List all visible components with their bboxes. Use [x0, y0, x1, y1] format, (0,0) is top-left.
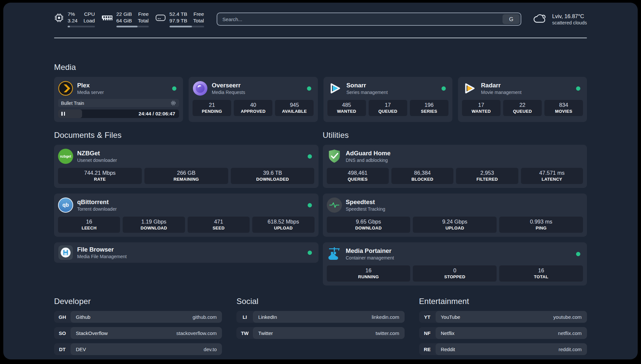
- service-name: Sonarr: [347, 82, 388, 89]
- stat-box: 9.65 Gbps DOWNLOAD: [327, 217, 411, 233]
- service-card-nzbget[interactable]: nzbget NZBGet Usenet downloader 744.21 M…: [54, 145, 319, 188]
- service-name: Speedtest: [346, 198, 385, 206]
- link-name: Netflix: [441, 330, 455, 336]
- stat-box: 2,953 FILTERED: [456, 168, 518, 184]
- service-card-qbittorrent[interactable]: qb qBittorrent Torrent downloader 16 LEE…: [54, 194, 319, 237]
- service-card-adguard[interactable]: AdGuard Home DNS and adblocking 498,461 …: [323, 145, 587, 188]
- link-name: DEV: [76, 347, 86, 352]
- stat-box: 47.571 ms LATENCY: [521, 168, 583, 184]
- service-card-speedtest[interactable]: Speedtest Speedtest Tracking 9.65 Gbps D…: [323, 194, 587, 237]
- cpu-progress-fill: [68, 26, 70, 27]
- service-card-radarr[interactable]: Radarr Movie management 17 WANTED 22 QUE…: [458, 77, 587, 122]
- service-card-plex[interactable]: Plex Media server Bullet Train: [54, 77, 183, 122]
- service-name: File Browser: [77, 246, 127, 253]
- search-provider-button[interactable]: G: [503, 14, 520, 24]
- weather-widget: Lviv, 16.87°C scattered clouds: [533, 13, 587, 25]
- link-url: netflix.com: [558, 330, 582, 336]
- memory-progress-fill: [116, 26, 138, 27]
- link-abbr: DT: [54, 347, 71, 352]
- stat-box: 618.52 Mbps UPLOAD: [252, 217, 314, 233]
- service-card-filebrowser[interactable]: File Browser Media File Management: [54, 242, 319, 263]
- service-card-portainer[interactable]: Media Portainer Container management 16 …: [323, 242, 587, 286]
- link-twitter[interactable]: TW Twitter twitter.com: [236, 327, 404, 339]
- link-dev[interactable]: DT DEV dev.to: [54, 343, 222, 355]
- stat-box: 17 WANTED: [462, 100, 501, 116]
- weather-location-temp: Lviv, 16.87°C: [552, 13, 587, 19]
- memory-free-label: Free: [138, 11, 149, 17]
- status-dot-online: [308, 251, 312, 255]
- link-abbr: YT: [419, 314, 436, 320]
- service-card-overseerr[interactable]: Overseerr Media Requests 21 PENDING 40 A…: [189, 77, 318, 122]
- link-youtube[interactable]: YT YouTube youtube.com: [419, 311, 587, 323]
- status-dot-online: [308, 203, 312, 207]
- stat-box: 22 QUEUED: [503, 100, 542, 116]
- link-linkedin[interactable]: LI LinkedIn linkedin.com: [236, 311, 404, 323]
- top-bar: 7% 3.24 CPU Load: [54, 10, 587, 28]
- link-url: reddit.com: [559, 347, 582, 352]
- now-playing-title: Bullet Train: [61, 101, 84, 106]
- stat-box: 40 APPROVED: [234, 100, 272, 116]
- section-utilities: Utilities: [323, 131, 587, 286]
- link-stackoverflow[interactable]: SO StackOverflow stackoverflow.com: [54, 327, 222, 339]
- link-abbr: GH: [54, 314, 71, 320]
- service-name: Media Portainer: [346, 247, 394, 255]
- service-description: Container management: [346, 255, 394, 260]
- gear-icon[interactable]: [170, 100, 176, 106]
- stat-box: 744.21 Mbps RATE: [58, 168, 142, 184]
- link-name: Reddit: [441, 347, 455, 352]
- service-description: Series management: [347, 90, 388, 95]
- link-abbr: TW: [236, 330, 253, 336]
- cpu-progress-track: [68, 26, 95, 27]
- link-url: youtube.com: [553, 314, 582, 320]
- disk-total-label: Total: [193, 17, 204, 24]
- disk-free-value: 52.4 TB: [169, 11, 187, 17]
- link-name: YouTube: [441, 314, 460, 320]
- memory-total-label: Total: [138, 17, 149, 24]
- plex-icon: [58, 81, 73, 96]
- section-title-utilities: Utilities: [323, 131, 587, 140]
- memory-free-value: 22 GiB: [116, 11, 132, 17]
- stat-box: 0.993 ms PING: [499, 217, 583, 233]
- plex-now-playing: Bullet Train: [58, 99, 179, 107]
- portainer-crane-icon: [327, 246, 342, 261]
- topbar-divider: [54, 38, 587, 38]
- stat-box: 86,384 BLOCKED: [391, 168, 453, 184]
- sonarr-icon: [327, 81, 343, 96]
- cpu-widget: 7% 3.24 CPU Load: [54, 11, 95, 28]
- stat-box: 498,461 QUERIES: [327, 168, 389, 184]
- link-reddit[interactable]: RE Reddit reddit.com: [419, 343, 587, 355]
- link-url: linkedin.com: [372, 314, 399, 320]
- cpu-label: CPU: [83, 11, 95, 17]
- status-dot-online: [576, 252, 580, 256]
- link-netflix[interactable]: NF Netflix netflix.com: [419, 327, 587, 339]
- service-description: DNS and adblocking: [346, 158, 391, 163]
- section-title-developer: Developer: [54, 297, 222, 306]
- stat-box: 16 LEECH: [58, 217, 120, 233]
- service-name: Plex: [77, 82, 104, 89]
- service-card-sonarr[interactable]: Sonarr Series management 485 WANTED 17 Q…: [323, 77, 452, 122]
- service-description: Media Requests: [212, 90, 245, 95]
- nzbget-icon: nzbget: [58, 149, 73, 164]
- section-title-social: Social: [236, 297, 404, 306]
- disk-widget: 52.4 TB 97.9 TB Free Total: [155, 11, 204, 28]
- stat-box: 9.24 Gbps UPLOAD: [413, 217, 497, 233]
- link-abbr: SO: [54, 330, 71, 336]
- link-url: github.com: [193, 314, 217, 320]
- radarr-icon: [462, 81, 477, 96]
- section-title-media: Media: [54, 63, 587, 72]
- link-name: LinkedIn: [258, 314, 277, 320]
- disk-free-label: Free: [193, 11, 204, 17]
- search-input[interactable]: [217, 13, 502, 25]
- service-description: Media server: [77, 90, 104, 95]
- link-github[interactable]: GH Github github.com: [54, 311, 222, 323]
- section-documents-files: Documents & Files nzbget NZBGet Usenet d…: [54, 131, 319, 263]
- ram-icon: [102, 14, 113, 22]
- disk-progress-fill: [169, 26, 192, 27]
- link-url: dev.to: [204, 347, 217, 352]
- service-description: Media File Management: [77, 254, 127, 259]
- status-dot-online: [308, 154, 312, 159]
- link-url: twitter.com: [376, 330, 399, 336]
- section-title-entertainment: Entertainment: [419, 297, 587, 306]
- pause-icon[interactable]: [61, 112, 65, 116]
- cpu-percent: 7%: [68, 11, 77, 17]
